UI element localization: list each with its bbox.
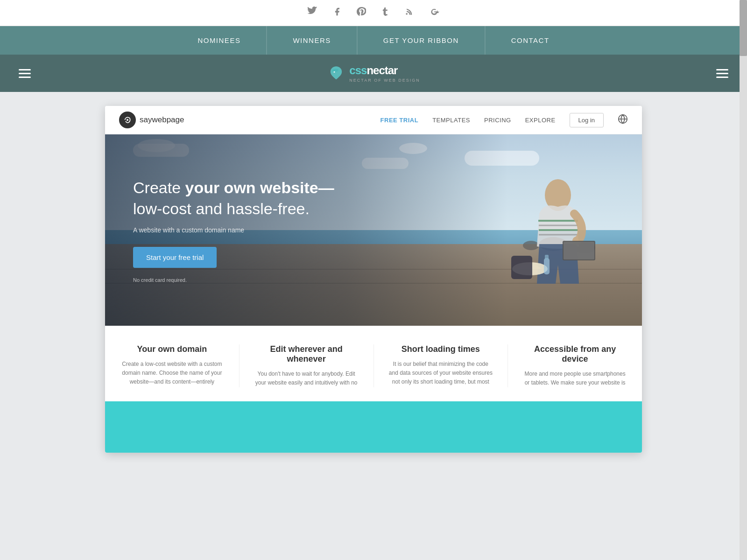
site-nav-links: FREE TRIAL TEMPLATES PRICING EXPLORE Log… [381, 113, 628, 127]
tumblr-icon[interactable] [381, 7, 389, 19]
site-nav-pricing[interactable]: PRICING [484, 117, 511, 124]
hamburger-menu-right[interactable] [716, 69, 728, 78]
feature-accessible-title: Accessible from any device [522, 344, 628, 364]
saywebpage-logo[interactable]: saywebpage [119, 112, 184, 128]
twitter-icon[interactable] [307, 7, 317, 19]
feature-accessible-text: More and more people use smartphones or … [522, 370, 628, 387]
feature-accessible: Accessible from any device More and more… [508, 344, 642, 387]
feature-edit-anywhere-title: Edit wherever and whenever [254, 344, 359, 364]
site-logo-container[interactable]: cssnectar NECTAR OF WEB DESIGN [327, 63, 420, 83]
logo-css-text: css [349, 64, 366, 77]
feature-own-domain: Your own domain Create a low-cost websit… [105, 344, 240, 387]
site-nav-templates[interactable]: TEMPLATES [432, 117, 470, 124]
scrollbar[interactable] [740, 0, 747, 560]
logo-nectar-text: nectar [366, 64, 397, 77]
logo-tagline: NECTAR OF WEB DESIGN [349, 78, 420, 83]
hero-section: Create your own website— low-cost and ha… [105, 134, 642, 326]
saywebpage-logo-text: saywebpage [140, 115, 184, 125]
facebook-icon[interactable] [332, 7, 342, 19]
nav-item-nominees[interactable]: NOMINEES [172, 26, 267, 55]
googleplus-icon[interactable] [429, 7, 440, 19]
saywebpage-logo-icon [119, 112, 136, 128]
site-nav-free-trial[interactable]: FREE TRIAL [381, 117, 419, 124]
svg-point-0 [334, 71, 335, 73]
feature-edit-anywhere-text: You don't have to wait for anybody. Edit… [254, 370, 359, 387]
hero-cta-button[interactable]: Start your free trial [133, 247, 217, 268]
social-bar [0, 0, 747, 26]
hero-title-bold: your own website— [185, 179, 334, 196]
feature-loading-times-text: It is our belief that minimizing the cod… [388, 360, 494, 387]
login-button[interactable]: Log in [570, 113, 604, 127]
feature-own-domain-text: Create a low-cost website with a custom … [119, 360, 225, 387]
cssnectar-bird-icon [327, 63, 345, 83]
site-nav: saywebpage FREE TRIAL TEMPLATES PRICING … [105, 106, 642, 134]
pinterest-icon[interactable] [357, 7, 366, 19]
globe-icon[interactable] [618, 114, 628, 126]
hero-no-card-text: No credit card required. [133, 277, 334, 283]
header-bar: cssnectar NECTAR OF WEB DESIGN [0, 55, 747, 92]
scrollbar-thumb[interactable] [740, 0, 747, 56]
nav-bar: NOMINEES WINNERS GET YOUR RIBBON CONTACT [0, 26, 747, 55]
hero-subtitle: A website with a custom domain name [133, 226, 334, 234]
hero-content: Create your own website— low-cost and ha… [105, 177, 362, 282]
nav-item-winners[interactable]: WINNERS [267, 26, 357, 55]
nav-item-contact[interactable]: CONTACT [485, 26, 575, 55]
rss-icon[interactable] [404, 7, 414, 19]
svg-point-2 [127, 119, 128, 121]
hero-title-line2: low-cost and hassle-free. [133, 200, 310, 217]
teal-bottom-bar [105, 401, 642, 453]
features-section: Your own domain Create a low-cost websit… [105, 326, 642, 401]
feature-edit-anywhere: Edit wherever and whenever You don't hav… [240, 344, 374, 387]
feature-loading-times: Short loading times It is our belief tha… [374, 344, 508, 387]
feature-own-domain-title: Your own domain [119, 344, 225, 354]
hero-title: Create your own website— low-cost and ha… [133, 177, 334, 218]
site-nav-explore[interactable]: EXPLORE [525, 117, 556, 124]
feature-loading-times-title: Short loading times [388, 344, 494, 354]
hamburger-menu-left[interactable] [19, 69, 31, 78]
browser-window: saywebpage FREE TRIAL TEMPLATES PRICING … [105, 106, 642, 453]
nav-item-get-ribbon[interactable]: GET YOUR RIBBON [357, 26, 485, 55]
hero-title-normal: Create [133, 179, 185, 196]
